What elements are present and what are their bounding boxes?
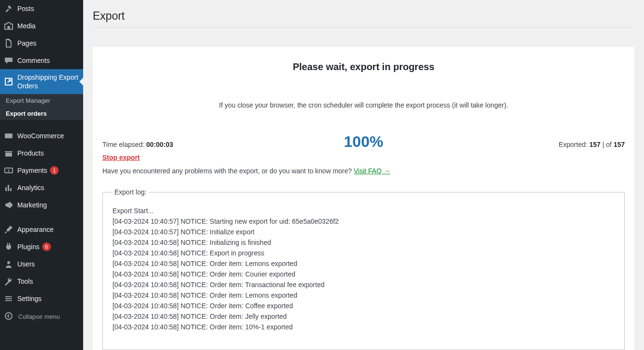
svg-point-6 xyxy=(11,298,12,300)
sidebar-item-label: Settings xyxy=(17,295,42,302)
sidebar-item-label: Posts xyxy=(17,5,34,12)
exported-label: Exported: xyxy=(558,141,589,148)
sidebar-item-analytics[interactable]: Analytics xyxy=(0,179,83,196)
pages-icon xyxy=(4,38,13,48)
log-line: Export Start... xyxy=(112,205,612,216)
svg-point-7 xyxy=(11,300,12,302)
log-line: [04-03-2024 10:40:57] NOTICE: Starting n… xyxy=(112,216,612,227)
sidebar-item-marketing[interactable]: Marketing xyxy=(0,196,83,214)
sidebar-item-label: Marketing xyxy=(17,201,47,209)
badge-count: 1 xyxy=(50,166,59,175)
exported-count: 157 xyxy=(589,141,600,148)
log-line: [04-03-2024 10:40:58] NOTICE: Initializi… xyxy=(112,237,612,248)
progress-percent: 100% xyxy=(344,133,384,150)
sidebar-submenu: Export Manager Export orders xyxy=(0,94,83,120)
admin-sidebar: Posts Media Pages Comments Dropshipping … xyxy=(0,0,83,350)
sidebar-item-dropshipping[interactable]: Dropshipping Export Orders xyxy=(0,69,83,94)
faq-text: Have you encountered any problems with t… xyxy=(102,167,354,175)
sidebar-item-label: Media xyxy=(17,22,36,30)
submenu-item-export-manager[interactable]: Export Manager xyxy=(0,94,83,107)
sidebar-item-label: Comments xyxy=(17,57,50,64)
time-elapsed: Time elapsed: 00:00:03 xyxy=(102,141,276,148)
faq-link[interactable]: Visit FAQ → xyxy=(354,167,390,175)
sidebar-item-label: Products xyxy=(17,149,44,157)
sidebar-item-woocommerce[interactable]: WooCommerce xyxy=(0,127,83,145)
sidebar-item-posts[interactable]: Posts xyxy=(0,0,83,17)
export-panel: Please wait, export in progress If you c… xyxy=(93,47,634,350)
sidebar-item-comments[interactable]: Comments xyxy=(0,52,83,69)
sidebar-item-products[interactable]: Products xyxy=(0,145,83,162)
svg-rect-1 xyxy=(5,133,12,138)
sidebar-item-label: WooCommerce xyxy=(17,132,64,140)
svg-point-8 xyxy=(5,313,12,319)
analytics-icon xyxy=(4,183,13,193)
sidebar-item-label: Appearance xyxy=(17,226,54,233)
log-line: [04-03-2024 10:40:58] NOTICE: Order item… xyxy=(112,290,612,301)
svg-point-5 xyxy=(11,296,12,298)
title-separator xyxy=(93,27,634,28)
time-elapsed-label: Time elapsed: xyxy=(102,141,146,148)
log-line: [04-03-2024 10:40:58] NOTICE: Export in … xyxy=(112,248,612,258)
info-line: If you close your browser, the cron sche… xyxy=(102,101,625,109)
sidebar-item-media[interactable]: Media xyxy=(0,17,83,35)
sidebar-item-settings[interactable]: Settings xyxy=(0,290,83,307)
stop-export-link[interactable]: Stop export xyxy=(102,154,140,161)
brush-icon xyxy=(4,225,13,234)
export-log-legend: Export log: xyxy=(112,188,149,196)
page-title: Export xyxy=(93,0,634,27)
users-icon xyxy=(4,259,13,269)
badge-count: 6 xyxy=(42,242,51,251)
megaphone-icon xyxy=(4,200,13,210)
log-line: [04-03-2024 10:40:57] NOTICE: Initialize… xyxy=(112,227,612,237)
media-icon xyxy=(4,21,13,31)
log-line: [04-03-2024 10:40:58] NOTICE: Order item… xyxy=(112,322,612,332)
sidebar-item-pages[interactable]: Pages xyxy=(0,35,83,52)
sidebar-item-users[interactable]: Users xyxy=(0,255,83,273)
sidebar-item-label: Pages xyxy=(17,39,37,47)
progress-percent-container: 100% xyxy=(276,133,450,151)
sidebar-item-appearance[interactable]: Appearance xyxy=(0,221,83,238)
exported-total: 157 xyxy=(614,141,625,148)
svg-text:$: $ xyxy=(8,169,10,173)
plugin-icon xyxy=(4,242,13,252)
sidebar-item-payments[interactable]: $ Payments 1 xyxy=(0,162,83,179)
log-line: [04-03-2024 10:40:58] NOTICE: Order item… xyxy=(112,258,612,269)
log-line: [04-03-2024 10:40:58] NOTICE: Order item… xyxy=(112,301,612,311)
share-icon xyxy=(4,77,13,86)
sidebar-item-label: Analytics xyxy=(17,184,44,192)
settings-icon xyxy=(4,294,13,303)
log-line: [04-03-2024 10:40:58] NOTICE: Order item… xyxy=(112,311,612,322)
sidebar-item-label: Tools xyxy=(17,278,33,285)
sidebar-item-label: Dropshipping Export Orders xyxy=(17,73,83,90)
sidebar-item-tools[interactable]: Tools xyxy=(0,273,83,290)
sidebar-item-label: Payments xyxy=(17,167,47,174)
time-elapsed-value: 00:00:03 xyxy=(146,141,173,148)
export-log-fieldset: Export log: Export Start...[04-03-2024 1… xyxy=(102,188,625,350)
log-line: [04-03-2024 10:40:58] NOTICE: Order item… xyxy=(112,269,612,279)
wait-title: Please wait, export in progress xyxy=(102,61,625,72)
archive-icon xyxy=(4,148,13,158)
payments-icon: $ xyxy=(4,166,13,175)
collapse-label: Collapse menu xyxy=(18,313,60,320)
svg-point-0 xyxy=(7,26,10,29)
submenu-item-export-orders[interactable]: Export orders xyxy=(0,107,83,120)
export-log-box[interactable]: Export Start...[04-03-2024 10:40:57] NOT… xyxy=(112,205,615,340)
exported-sep: | of xyxy=(601,141,614,148)
pin-icon xyxy=(4,4,13,13)
sidebar-item-label: Plugins xyxy=(17,243,39,251)
main-content: Export Please wait, export in progress I… xyxy=(83,0,644,350)
exported-count-container: Exported: 157 | of 157 xyxy=(451,141,625,148)
svg-point-4 xyxy=(7,261,10,264)
collapse-menu-button[interactable]: Collapse menu xyxy=(0,307,83,326)
wrench-icon xyxy=(4,277,13,286)
sidebar-item-plugins[interactable]: Plugins 6 xyxy=(0,238,83,255)
faq-line: Have you encountered any problems with t… xyxy=(102,167,625,175)
woo-icon xyxy=(4,131,13,141)
log-line: [04-03-2024 10:40:58] NOTICE: Order item… xyxy=(112,279,612,290)
progress-row: Time elapsed: 00:00:03 100% Exported: 15… xyxy=(102,133,625,151)
collapse-icon xyxy=(4,311,13,322)
sidebar-item-label: Users xyxy=(17,260,35,268)
comment-icon xyxy=(4,56,13,65)
